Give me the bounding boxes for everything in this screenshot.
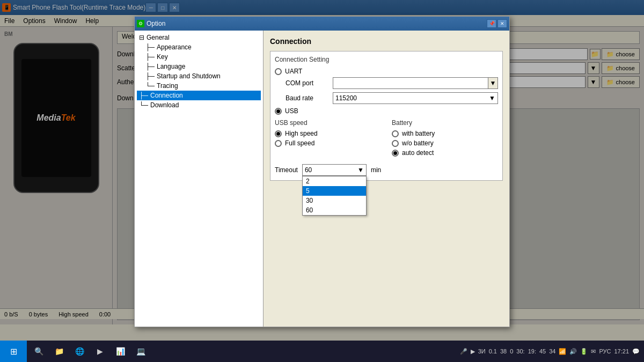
tray-clock: 30:: [516, 348, 524, 354]
connection-box: Connection Setting UART COM port ▼ Ba: [270, 51, 503, 181]
tray-num5: 19:: [528, 348, 536, 354]
dialog-pin-button[interactable]: 📌: [487, 19, 496, 28]
tray-num3: 38: [500, 348, 507, 354]
auto-detect-label: auto detect: [402, 149, 434, 157]
baud-rate-label: Baud rate: [286, 94, 328, 102]
auto-detect-row: auto detect: [392, 149, 498, 157]
com-port-arrow[interactable]: ▼: [488, 77, 498, 89]
dialog-controls: 📌 ✕: [487, 19, 507, 28]
tray-num4: 0: [510, 348, 513, 354]
start-button[interactable]: ⊞: [0, 341, 27, 362]
tray-battery: 🔋: [580, 348, 588, 355]
tree-appearance[interactable]: ├─ Appearance: [137, 42, 261, 52]
usb-speed-title: USB speed: [275, 119, 381, 127]
timeout-value: 60: [305, 166, 312, 174]
subsection-title: Connection Setting: [275, 56, 498, 63]
com-port-dropdown: ▼: [333, 77, 498, 89]
option-60[interactable]: 60: [303, 205, 366, 215]
auto-detect-radio[interactable]: [392, 150, 399, 157]
taskbar-icon-app2[interactable]: 💻: [131, 342, 150, 361]
timeout-label: Timeout: [275, 166, 298, 174]
with-battery-radio[interactable]: [392, 130, 399, 137]
tree-connection[interactable]: ├─ Connection: [137, 91, 261, 100]
tray-num1: 3И: [478, 348, 486, 354]
tree-tracing[interactable]: └─ Tracing: [137, 81, 261, 91]
dialog-body: ⊟ General ├─ Appearance ├─ Key ├─ Langua…: [135, 31, 509, 327]
com-port-label: COM port: [286, 79, 328, 87]
taskbar-icon-app1[interactable]: 📊: [111, 342, 130, 361]
timeout-dropdown-container: 60 ▼ 2 5 30 60: [302, 164, 367, 176]
battery-col: Battery with battery w/o battery auto de…: [392, 119, 498, 159]
section-title: Connection: [270, 37, 503, 46]
uart-label: UART: [285, 68, 302, 75]
battery-title: Battery: [392, 119, 498, 127]
tray-notifications[interactable]: 💬: [632, 348, 640, 355]
taskbar-pinned-icons: 🔍 📁 🌐 ▶ 📊 💻: [27, 342, 152, 361]
taskbar: ⊞ 🔍 📁 🌐 ▶ 📊 💻 🎤 ▶ 3И 0.1 38 0 30: 19: 45…: [0, 341, 644, 362]
baud-rate-dropdown: 115200 ▼: [333, 92, 498, 104]
with-battery-row: with battery: [392, 130, 498, 137]
tree-download[interactable]: └─ Download: [137, 100, 261, 110]
taskbar-icon-browser[interactable]: 🌐: [70, 342, 89, 361]
tree-general[interactable]: ⊟ General: [137, 33, 261, 42]
tray-num6: 45: [539, 348, 546, 354]
usb-radio[interactable]: [275, 108, 282, 115]
tree-panel: ⊟ General ├─ Appearance ├─ Key ├─ Langua…: [135, 31, 264, 327]
tray-sound: 🔊: [569, 348, 577, 355]
tray-lang: РУС: [599, 348, 611, 354]
dialog-close-button[interactable]: ✕: [497, 19, 507, 28]
baud-rate-box[interactable]: 115200 ▼: [333, 92, 498, 104]
option-30[interactable]: 30: [303, 196, 366, 205]
taskbar-tray: 🎤 ▶ 3И 0.1 38 0 30: 19: 45 34 📶 🔊 🔋 ✉ РУ…: [456, 348, 644, 355]
tray-time: 17:21: [614, 348, 629, 354]
usb-label: USB: [285, 107, 298, 115]
timeout-unit: min: [371, 166, 381, 174]
com-port-row: COM port ▼: [286, 77, 498, 89]
dialog-icon: ⚙: [137, 20, 144, 27]
tray-network: 📶: [559, 348, 566, 355]
wo-battery-row: w/o battery: [392, 139, 498, 147]
wo-battery-radio[interactable]: [392, 140, 399, 147]
timeout-popup: 2 5 30 60: [302, 176, 367, 216]
baud-rate-row: Baud rate 115200 ▼: [286, 92, 498, 104]
uart-row: UART: [275, 68, 498, 75]
option-2[interactable]: 2: [303, 176, 366, 186]
usb-row: USB: [275, 107, 498, 115]
tray-num7: 34: [549, 348, 555, 354]
tree-language[interactable]: ├─ Language: [137, 62, 261, 71]
full-speed-radio[interactable]: [275, 140, 282, 147]
tray-play: ▶: [471, 348, 475, 355]
uart-radio[interactable]: [275, 68, 282, 75]
dialog-title: Option: [147, 20, 487, 27]
timeout-dropdown[interactable]: 60 ▼: [302, 164, 367, 176]
taskbar-icon-media[interactable]: ▶: [90, 342, 109, 361]
taskbar-icon-search[interactable]: 🔍: [29, 342, 48, 361]
option-5[interactable]: 5: [303, 186, 366, 196]
with-battery-label: with battery: [402, 130, 435, 137]
tree-key[interactable]: ├─ Key: [137, 52, 261, 62]
tray-mic: 🎤: [460, 348, 467, 355]
dialog-titlebar: ⚙ Option 📌 ✕: [135, 17, 509, 31]
com-port-box[interactable]: [333, 77, 488, 89]
usb-speed-col: USB speed High speed Full speed: [275, 119, 381, 159]
tray-mail: ✉: [591, 348, 596, 355]
two-col-section: USB speed High speed Full speed Battery: [275, 119, 498, 159]
timeout-row: Timeout 60 ▼ 2 5 30 60: [275, 164, 498, 176]
taskbar-icon-files[interactable]: 📁: [49, 342, 69, 361]
full-speed-row: Full speed: [275, 139, 381, 147]
high-speed-radio[interactable]: [275, 130, 282, 137]
wo-battery-label: w/o battery: [402, 139, 434, 147]
high-speed-label: High speed: [285, 130, 318, 137]
content-panel: Connection Connection Setting UART COM p…: [264, 31, 509, 327]
tray-num2: 0.1: [489, 348, 497, 354]
high-speed-row: High speed: [275, 130, 381, 137]
full-speed-label: Full speed: [285, 139, 314, 147]
option-dialog: ⚙ Option 📌 ✕ ⊟ General ├─ Appearance ├─ …: [134, 16, 510, 327]
timeout-arrow: ▼: [357, 166, 364, 174]
tree-startup[interactable]: ├─ Startup and Shutdown: [137, 71, 261, 81]
